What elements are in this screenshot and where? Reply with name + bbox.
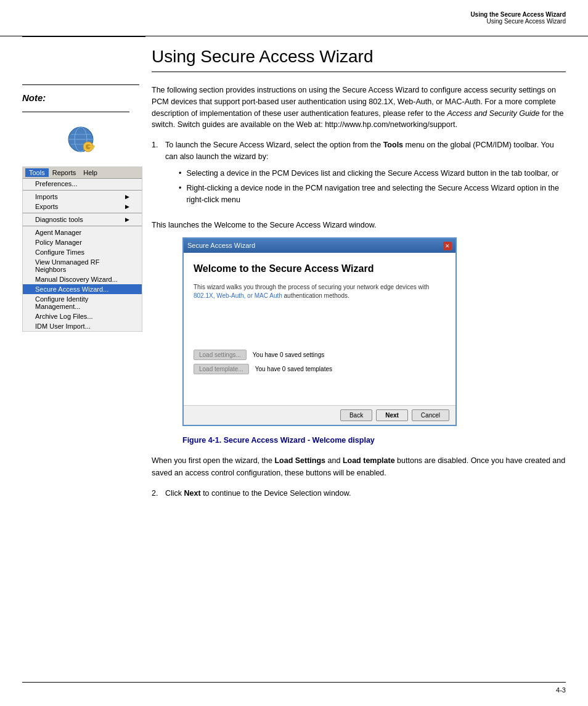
icon-area xyxy=(22,125,139,154)
dialog-main-title: Welcome to the Secure Access Wizard xyxy=(194,261,446,277)
menu-item-rf-neighbors[interactable]: View Unmanaged RF Neighbors xyxy=(23,257,142,274)
header-line2: Using Secure Access Wizard xyxy=(470,18,566,25)
menu-item-exports[interactable]: Exports ▶ xyxy=(23,202,142,211)
cancel-button[interactable]: Cancel xyxy=(412,409,449,421)
menu-divider-1 xyxy=(23,190,142,191)
tools-menu-screenshot: Tools Reports Help Preferences... Import… xyxy=(22,166,142,332)
diagnostic-arrow: ▶ xyxy=(125,216,129,223)
note-bottom-rule xyxy=(22,112,129,112)
dialog-titlebar: Secure Access Wizard ✕ xyxy=(184,239,455,253)
load-template-button[interactable]: Load template... xyxy=(194,364,249,374)
step2-list: 2. Click Next to continue to the Device … xyxy=(152,488,566,499)
wizard-dialog: Secure Access Wizard ✕ Welcome to the Se… xyxy=(182,237,457,426)
menu-divider-2 xyxy=(23,213,142,213)
menu-item-secure-access[interactable]: Secure Access Wizard... xyxy=(23,284,142,294)
step2-item: 2. Click Next to continue to the Device … xyxy=(152,488,566,499)
menu-bar-reports[interactable]: Reports xyxy=(49,168,80,177)
left-col: Note: xyxy=(22,84,152,506)
menu-item-idm-user[interactable]: IDM User Import... xyxy=(23,321,142,331)
right-col: The following section provides instructi… xyxy=(152,84,566,506)
next-button[interactable]: Next xyxy=(376,409,408,421)
load-settings-button[interactable]: Load settings... xyxy=(194,350,247,360)
load-template-row: Load template... You have 0 saved templa… xyxy=(194,364,446,374)
menu-item-discovery[interactable]: Manual Discovery Wizard... xyxy=(23,274,142,284)
menu-item-policy[interactable]: Policy Manager xyxy=(23,237,142,247)
load-template-text: You have 0 saved templates xyxy=(255,364,332,374)
dialog-body: Welcome to the Secure Access Wizard This… xyxy=(184,253,455,387)
dialog-footer: Back Next Cancel xyxy=(184,405,455,425)
svg-rect-7 xyxy=(88,146,94,147)
note-text: The following section provides instructi… xyxy=(152,84,566,131)
exports-arrow: ▶ xyxy=(125,203,129,210)
numbered-list: 1. To launch the Secure Access Wizard, s… xyxy=(152,139,566,211)
dialog-title-text: Secure Access Wizard xyxy=(187,240,255,251)
imports-arrow: ▶ xyxy=(125,194,129,200)
dialog-description: This wizard walks you through the proces… xyxy=(194,283,446,300)
menu-item-imports[interactable]: Imports ▶ xyxy=(23,192,142,202)
page-header: Using the Secure Access Wizard Using Sec… xyxy=(470,11,566,25)
bullet-list: Selecting a device in the PCM Devices li… xyxy=(179,168,566,206)
main-content: Using Secure Access Wizard Note: xyxy=(0,36,588,506)
load-settings-row: Load settings... You have 0 saved settin… xyxy=(194,350,446,360)
header-line1: Using the Secure Access Wizard xyxy=(470,11,566,18)
menu-bar-help[interactable]: Help xyxy=(80,168,101,177)
two-col-layout: Note: xyxy=(22,84,566,506)
svg-rect-8 xyxy=(92,147,94,149)
menu-item-configure-identity[interactable]: Configure Identity Management... xyxy=(23,294,142,311)
dialog-close-button[interactable]: ✕ xyxy=(443,242,452,250)
figure-caption: Figure 4-1. Secure Access Wizard - Welco… xyxy=(182,435,566,446)
menu-bar: Tools Reports Help xyxy=(23,167,142,179)
bullet-item-2: Right-clicking a device node in the PCM … xyxy=(179,183,566,206)
page-title: Using Secure Access Wizard xyxy=(152,47,566,72)
menu-item-diagnostic[interactable]: Diagnostic tools ▶ xyxy=(23,215,142,224)
page-number: 4-3 xyxy=(556,686,566,694)
step1-item: 1. To launch the Secure Access Wizard, s… xyxy=(152,139,566,211)
note-section: Note: xyxy=(22,84,139,103)
page-footer: 4-3 xyxy=(22,682,566,694)
menu-item-configure-times[interactable]: Configure Times xyxy=(23,247,142,257)
para1: When you first open the wizard, the Load… xyxy=(152,455,566,479)
launch-text: This launches the Welcome to the Secure … xyxy=(152,220,566,231)
bullet-item-1: Selecting a device in the PCM Devices li… xyxy=(179,168,566,179)
wizard-icon xyxy=(66,125,96,154)
back-button[interactable]: Back xyxy=(340,409,372,421)
note-label: Note: xyxy=(22,92,139,103)
menu-item-preferences[interactable]: Preferences... xyxy=(23,179,142,189)
menu-item-agent[interactable]: Agent Manager xyxy=(23,228,142,237)
svg-rect-9 xyxy=(91,147,92,149)
menu-bar-tools[interactable]: Tools xyxy=(25,168,49,177)
load-settings-text: You have 0 saved settings xyxy=(253,350,324,360)
menu-divider-3 xyxy=(23,226,142,226)
menu-item-archive-log[interactable]: Archive Log Files... xyxy=(23,311,142,321)
